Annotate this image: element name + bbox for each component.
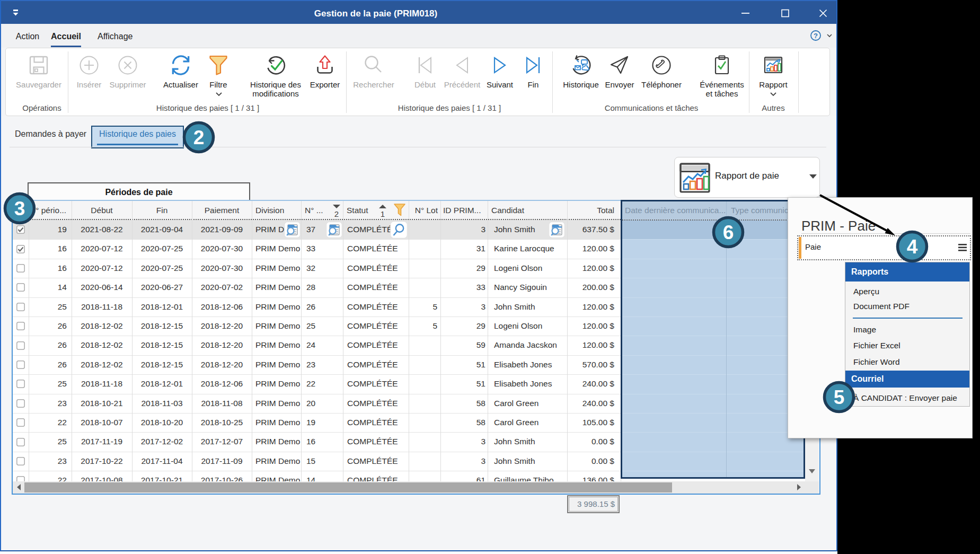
svg-text:4: 4 <box>907 236 918 258</box>
svg-text:6: 6 <box>723 222 734 243</box>
svg-text:2: 2 <box>193 127 205 148</box>
svg-text:3: 3 <box>14 198 25 219</box>
svg-text:5: 5 <box>834 386 845 408</box>
